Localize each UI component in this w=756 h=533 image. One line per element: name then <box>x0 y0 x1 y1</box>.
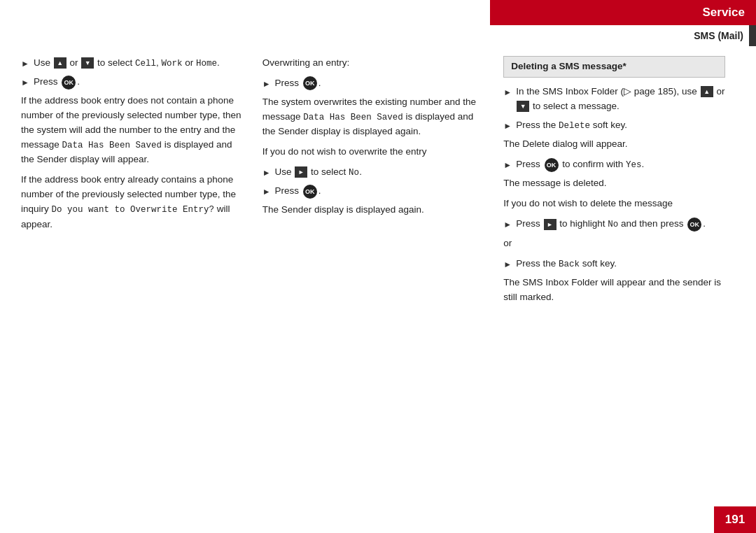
bullet-arrow: ► <box>503 120 512 133</box>
col2-heading: Overwriting an entry: <box>262 56 484 71</box>
bullet-arrow: ► <box>21 76 29 90</box>
bullet-content: Use ► to select No. <box>275 165 484 180</box>
paragraph: If the address book entry does not conta… <box>21 94 243 167</box>
bullet-arrow: ► <box>262 78 271 91</box>
list-item: ► Press OK. <box>262 184 484 199</box>
list-item: ► Press OK. <box>262 76 484 91</box>
paragraph: If you do not wish to delete the message <box>503 197 725 211</box>
bullet-arrow: ► <box>503 258 512 271</box>
paragraph: The Sender display is displayed again. <box>262 203 484 218</box>
page-number: 191 <box>714 506 756 533</box>
nav-up-btn: ▲ <box>701 86 713 97</box>
ok-button-icon: OK <box>303 76 317 90</box>
subheader-title: SMS (Mail) <box>694 30 743 41</box>
ok-button-icon: OK <box>303 185 317 199</box>
paragraph: The SMS Inbox Folder will appear and the… <box>503 276 725 305</box>
header-title: Service <box>703 6 746 20</box>
bullet-content: Press the Delete soft key. <box>516 118 725 133</box>
bullet-arrow: ► <box>503 218 512 232</box>
subheader-bar <box>749 25 756 46</box>
nav-down-btn: ▼ <box>81 57 94 69</box>
column-1: ► Use ▲ or ▼ to select Cell, Work or Hom… <box>21 56 253 498</box>
bullet-content: Press OK. <box>34 75 243 90</box>
bullet-arrow: ► <box>503 159 512 172</box>
bullet-arrow: ► <box>262 185 271 199</box>
subheader: SMS (Mail) <box>490 25 756 46</box>
bullet-arrow: ► <box>503 86 512 99</box>
nav-up-btn: ▲ <box>54 57 66 69</box>
paragraph: The Delete dialog will appear. <box>503 137 725 152</box>
paragraph: If the address book entry already contai… <box>21 173 243 232</box>
list-item: ► In the SMS Inbox Folder (▷ page 185), … <box>503 85 725 114</box>
nav-right-btn: ► <box>544 219 556 230</box>
list-item: ► Press ► to highlight No and then press… <box>503 217 725 232</box>
column-3: Deleting a SMS message* ► In the SMS Inb… <box>493 56 735 498</box>
list-item: ► Press the Delete soft key. <box>503 118 725 133</box>
section-heading: Deleting a SMS message* <box>503 56 725 78</box>
list-item: ► Use ► to select No. <box>262 165 484 180</box>
header-bar: Service <box>490 0 756 25</box>
bullet-content: Press OK. <box>275 76 484 91</box>
bullet-arrow: ► <box>21 57 29 71</box>
bullet-content: In the SMS Inbox Folder (▷ page 185), us… <box>516 85 725 114</box>
ok-button-icon: OK <box>545 158 559 172</box>
ok-button-icon: OK <box>62 76 76 90</box>
nav-right-btn: ► <box>295 166 307 178</box>
paragraph: The message is deleted. <box>503 176 725 191</box>
column-2: Overwriting an entry: ► Press OK. The sy… <box>253 56 494 498</box>
bullet-content: Press OK to confirm with Yes. <box>516 157 725 172</box>
main-content: ► Use ▲ or ▼ to select Cell, Work or Hom… <box>21 56 735 498</box>
paragraph: If you do not wish to overwrite the entr… <box>262 145 484 159</box>
bullet-content: Press ► to highlight No and then press O… <box>516 217 725 232</box>
nav-down-btn: ▼ <box>517 101 529 112</box>
bullet-arrow: ► <box>262 166 271 180</box>
list-item: ► Use ▲ or ▼ to select Cell, Work or Hom… <box>21 56 243 71</box>
paragraph: The system overwrites the existing numbe… <box>262 95 484 139</box>
ok-button-icon: OK <box>687 218 701 232</box>
list-item: ► Press the Back soft key. <box>503 257 725 271</box>
list-item: ► Press OK to confirm with Yes. <box>503 157 725 172</box>
or-label: or <box>503 236 725 251</box>
list-item: ► Press OK. <box>21 75 243 90</box>
bullet-content: Press OK. <box>275 184 484 199</box>
bullet-content: Press the Back soft key. <box>516 257 725 271</box>
bullet-content: Use ▲ or ▼ to select Cell, Work or Home. <box>34 56 243 71</box>
